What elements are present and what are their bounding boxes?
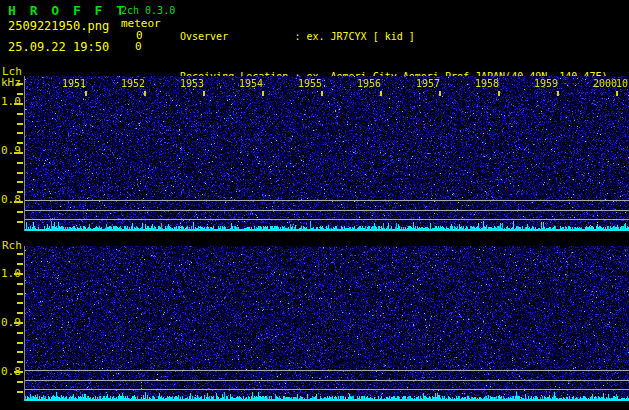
- freq-tick-major: [14, 152, 23, 154]
- freq-tick-minor: [17, 342, 23, 344]
- freq-tick-minor: [17, 172, 23, 174]
- freq-tick-minor: [17, 93, 23, 95]
- time-tick: [144, 91, 146, 96]
- lch-panel-left-border: [24, 76, 25, 231]
- time-label: 1957: [415, 78, 441, 89]
- freq-tick-minor: [17, 162, 23, 164]
- freq-tick-major: [14, 322, 23, 324]
- time-tick: [85, 91, 87, 96]
- rch-freq-axis: [0, 246, 24, 401]
- lch-spectrogram-panel: 1951195219531954195519561957195819592000…: [24, 76, 629, 231]
- freq-tick-major: [14, 273, 23, 275]
- observer-line: Ovserver : ex. JR7CYX [ kid ]: [180, 30, 629, 43]
- freq-tick-minor: [17, 253, 23, 255]
- time-label: 1954: [238, 78, 264, 89]
- freq-tick-minor: [17, 123, 23, 125]
- time-tick: [439, 91, 441, 96]
- freq-tick-minor: [17, 142, 23, 144]
- output-filename: 2509221950.png: [8, 19, 109, 33]
- rch-carrier-line-1: [25, 370, 629, 371]
- freq-tick-minor: [17, 221, 23, 223]
- freq-tick-minor: [17, 332, 23, 334]
- lch-freq-axis: [0, 76, 24, 231]
- freq-tick-minor: [17, 312, 23, 314]
- time-tick: [321, 91, 323, 96]
- freq-tick-major: [14, 371, 23, 373]
- date-time: 25.09.22 19:50: [8, 40, 109, 54]
- freq-tick-minor: [17, 351, 23, 353]
- time-label: 1956: [356, 78, 382, 89]
- meteor-count-rch: 0: [135, 40, 142, 53]
- time-tick: [616, 91, 618, 96]
- time-tick: [498, 91, 500, 96]
- rch-carrier-line-3: [25, 389, 629, 390]
- hrofft-window: { "header": { "title": "H R O F F T", "v…: [0, 0, 629, 410]
- app-title: H R O F F T: [8, 3, 127, 18]
- freq-tick-minor: [17, 391, 23, 393]
- time-tick: [557, 91, 559, 96]
- freq-tick-minor: [17, 302, 23, 304]
- freq-tick-minor: [17, 113, 23, 115]
- freq-tick-minor: [17, 211, 23, 213]
- freq-tick-minor: [17, 83, 23, 85]
- lch-spectrogram: [24, 76, 629, 231]
- freq-tick-minor: [17, 263, 23, 265]
- time-label: 2000: [592, 78, 618, 89]
- time-tick: [380, 91, 382, 96]
- app-version: 2ch 0.3.0: [121, 5, 175, 16]
- freq-tick-minor: [17, 361, 23, 363]
- time-label: 1951: [61, 78, 87, 89]
- rch-carrier-line-2: [25, 380, 629, 381]
- freq-tick-minor: [17, 293, 23, 295]
- freq-tick-minor: [17, 283, 23, 285]
- freq-tick-major: [14, 103, 23, 105]
- lch-carrier-line-1: [25, 200, 629, 201]
- rch-panel-left-border: [24, 246, 25, 401]
- time-label: 1959: [533, 78, 559, 89]
- time-label: 1958: [474, 78, 500, 89]
- lch-carrier-line-2: [25, 210, 629, 211]
- freq-tick-minor: [17, 381, 23, 383]
- freq-tick-minor: [17, 181, 23, 183]
- time-label: 1952: [120, 78, 146, 89]
- time-label-partial: 10: [616, 78, 629, 89]
- time-label: 1953: [179, 78, 205, 89]
- freq-tick-minor: [17, 132, 23, 134]
- freq-tick-minor: [17, 191, 23, 193]
- rch-spectrogram: [24, 246, 629, 401]
- freq-tick-major: [14, 201, 23, 203]
- time-label: 1955: [297, 78, 323, 89]
- lch-carrier-line-3: [25, 219, 629, 220]
- rch-spectrogram-panel: [24, 246, 629, 401]
- time-tick: [262, 91, 264, 96]
- time-tick: [203, 91, 205, 96]
